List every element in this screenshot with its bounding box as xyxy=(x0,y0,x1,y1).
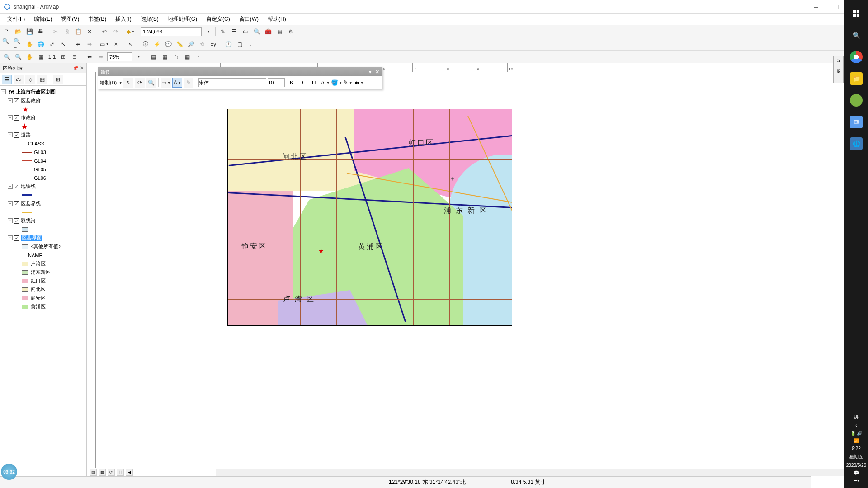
menu-insert[interactable]: 插入(I) xyxy=(111,14,136,25)
change-layout-icon[interactable]: ⎙ xyxy=(171,52,181,62)
chrome-icon[interactable] xyxy=(850,51,863,63)
map-scale-input[interactable] xyxy=(141,27,202,36)
layout-fwd-icon[interactable]: ➡ xyxy=(96,52,106,62)
start-button[interactable] xyxy=(850,7,863,20)
python-icon[interactable]: ▦ xyxy=(274,27,284,37)
underline-button[interactable]: U xyxy=(309,78,319,87)
forward-extent-icon[interactable]: ➡ xyxy=(85,39,94,49)
html-popup-icon[interactable]: 💬 xyxy=(163,39,173,49)
clock-time[interactable]: 9:22 xyxy=(852,446,860,451)
menu-view[interactable]: 视图(V) xyxy=(57,14,84,25)
zoom-dropdown-icon[interactable]: ▼ xyxy=(133,52,143,62)
minimize-button[interactable]: ─ xyxy=(806,0,826,14)
district-item[interactable]: 闸北区 xyxy=(31,286,46,293)
draw-menu[interactable]: 绘制(D) xyxy=(100,80,117,86)
refresh-button[interactable]: ⟳ xyxy=(108,469,115,476)
rectangle-tool-icon[interactable]: ▭▼ xyxy=(161,78,171,88)
expand-icon[interactable]: − xyxy=(8,98,13,103)
paste-icon[interactable]: 📋 xyxy=(73,27,83,37)
toc-options-icon[interactable]: ⊞ xyxy=(53,75,63,84)
layer-checkbox[interactable]: ✓ xyxy=(14,235,19,241)
menu-help[interactable]: 帮助(H) xyxy=(263,14,291,25)
layout-zoom-input[interactable] xyxy=(107,52,132,61)
data-frame[interactable]: ★ 闸北区 虹口区 静安区 黄浦区 浦 东 新 区 卢 湾 区 ＋ xyxy=(227,109,512,326)
new-icon[interactable]: 🗋 xyxy=(2,27,12,37)
font-size-select[interactable] xyxy=(268,78,285,87)
layer-shizhengfu[interactable]: 市政府 xyxy=(21,114,36,121)
find-route-icon[interactable]: ⟲ xyxy=(197,39,207,49)
full-extent-icon[interactable]: 🌐 xyxy=(36,39,46,49)
expand-icon[interactable]: − xyxy=(8,132,13,137)
others-label[interactable]: <其他所有值> xyxy=(31,243,61,250)
catalog-dock-tab[interactable]: 🗂 目录 xyxy=(833,56,844,83)
toc-root[interactable]: 上海市行政区划图 xyxy=(16,89,56,95)
toggle-draft-icon[interactable]: ▤ xyxy=(148,52,158,62)
layer-checkbox[interactable]: ✓ xyxy=(14,132,19,138)
copy-icon[interactable]: ⎘ xyxy=(62,27,72,37)
menu-geoprocessing[interactable]: 地理处理(G) xyxy=(163,14,202,25)
layer-checkbox[interactable]: ✓ xyxy=(14,201,19,206)
clear-selection-icon[interactable]: ☒ xyxy=(111,39,121,49)
search-icon[interactable]: 🔍 xyxy=(850,29,863,42)
grip3-icon[interactable]: ⋮ xyxy=(193,52,203,62)
find-icon[interactable]: 🔎 xyxy=(186,39,196,49)
layer-quxianjiexian[interactable]: 区县界线 xyxy=(21,200,41,207)
toc-pin-icon[interactable]: 📌 xyxy=(73,66,78,70)
layout-100-icon[interactable]: 1:1 xyxy=(47,52,57,62)
horizontal-scrollbar[interactable]: ▶ xyxy=(216,469,860,476)
modelbuilder-icon[interactable]: ⚙ xyxy=(286,27,296,37)
drawing-toolbar-panel[interactable]: 绘图 ▾ ✕ 绘制(D)▼ ↖ ⟳ 🔍 ▭▼ A▼ ✎ B I U A▼ 🪣▼ … xyxy=(98,67,382,89)
layer-ditiexian[interactable]: 地铁线 xyxy=(21,183,36,190)
bold-button[interactable]: B xyxy=(286,78,296,87)
notification-icon[interactable]: 💬 xyxy=(854,470,859,475)
file-explorer-icon[interactable]: 📁 xyxy=(850,72,863,85)
line-color-button[interactable]: ✎▼ xyxy=(343,78,353,87)
menu-file[interactable]: 文件(F) xyxy=(3,14,29,25)
tray-battery-icon[interactable]: 🔋 🔊 xyxy=(850,431,863,436)
arrow-tool-icon[interactable]: ↖ xyxy=(123,78,133,88)
editor-toolbar-icon[interactable]: ✎ xyxy=(218,27,228,37)
list-by-selection-icon[interactable]: ▨ xyxy=(37,75,47,84)
redo-icon[interactable]: ↷ xyxy=(111,27,121,37)
road-class[interactable]: GL04 xyxy=(34,158,46,164)
scale-dropdown-icon[interactable]: ▼ xyxy=(203,27,213,37)
panel-close-icon[interactable]: ✕ xyxy=(375,69,379,75)
time-slider-icon[interactable]: 🕐 xyxy=(223,39,233,49)
app-blue-icon[interactable]: ✉ xyxy=(850,116,863,128)
layer-checkbox[interactable]: ✓ xyxy=(14,184,19,189)
identify-icon[interactable]: ⓘ xyxy=(141,39,151,49)
district-item[interactable]: 静安区 xyxy=(31,295,46,301)
tray-chevron-icon[interactable]: ‹ xyxy=(855,423,857,428)
expand-icon[interactable]: − xyxy=(8,218,13,223)
goto-xy-icon[interactable]: xy xyxy=(208,39,218,49)
list-by-drawing-icon[interactable]: ☰ xyxy=(2,75,12,84)
zoom-in-icon[interactable]: 🔍+ xyxy=(2,39,12,49)
district-item[interactable]: 卢湾区 xyxy=(31,260,46,267)
layout-fixed-zi-icon[interactable]: ⊞ xyxy=(58,52,68,62)
edit-vertices-icon[interactable]: ✎ xyxy=(184,78,193,88)
district-item[interactable]: 浦东新区 xyxy=(31,269,51,276)
expand-icon[interactable]: − xyxy=(8,235,13,240)
menu-bookmarks[interactable]: 书签(B) xyxy=(84,14,111,25)
layout-zoomin-icon[interactable]: 🔍 xyxy=(2,52,12,62)
menu-window[interactable]: 窗口(W) xyxy=(235,14,263,25)
menu-edit[interactable]: 编辑(E) xyxy=(29,14,57,25)
expand-icon[interactable]: − xyxy=(8,115,13,120)
expand-icon[interactable]: − xyxy=(1,89,6,94)
catalog-icon[interactable]: 🗂 xyxy=(241,27,250,37)
list-by-source-icon[interactable]: 🗂 xyxy=(14,75,24,84)
layer-checkbox[interactable]: ✓ xyxy=(14,98,19,103)
rotate-tool-icon[interactable]: ⟳ xyxy=(135,78,145,88)
arctoolbox-icon[interactable]: 🧰 xyxy=(263,27,273,37)
road-class[interactable]: GL06 xyxy=(34,175,46,181)
toc-close-icon[interactable]: ✕ xyxy=(80,66,84,70)
menu-customize[interactable]: 自定义(C) xyxy=(202,14,235,25)
font-family-select[interactable] xyxy=(198,78,266,87)
pause-button[interactable]: ⏸ xyxy=(117,469,124,476)
layer-quxianzhengfu[interactable]: 区县政府 xyxy=(21,97,41,104)
expand-icon[interactable]: − xyxy=(8,184,13,189)
open-icon[interactable]: 📂 xyxy=(13,27,23,37)
expand-icon[interactable]: − xyxy=(8,201,13,206)
save-icon[interactable]: 💾 xyxy=(24,27,34,37)
marker-color-button[interactable]: ●▼ xyxy=(354,78,364,87)
